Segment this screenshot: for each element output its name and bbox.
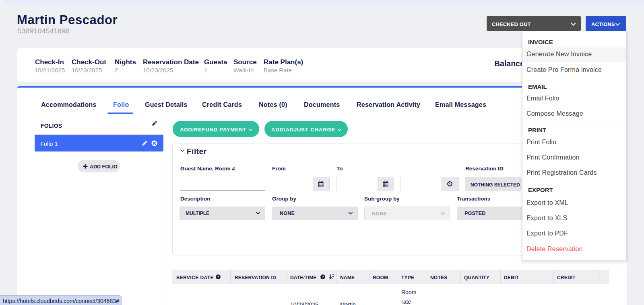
svg-text:?: ? <box>322 275 324 279</box>
svg-text:?: ? <box>217 275 219 279</box>
